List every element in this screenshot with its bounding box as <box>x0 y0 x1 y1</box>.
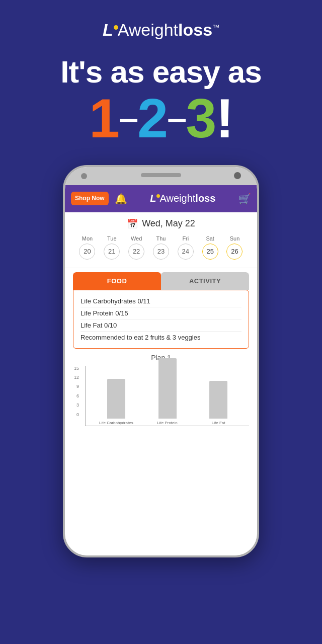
headline-top: It's as easy as <box>15 55 307 89</box>
bars-group: Life Carbohydrates Life Protein Life Fat <box>91 366 244 426</box>
day-sat: Sat 25 <box>202 235 218 260</box>
y-label-9: 9 <box>76 384 79 389</box>
app-content: Shop Now 🔔 LAweightloss 🛒 📅 Wed, May 22 <box>65 185 257 555</box>
calendar-section: 📅 Wed, May 22 Mon 20 Tue 21 We <box>65 212 257 264</box>
shop-now-button[interactable]: Shop Now <box>71 192 109 205</box>
bar-fat: Life Fat <box>193 381 244 426</box>
food-recommendation: Recommended to eat 2 fruits & 3 veggies <box>80 332 242 343</box>
day-wed: Wed 22 <box>128 235 144 260</box>
bar-fat-label: Life Fat <box>212 421 225 426</box>
logo-area: LAweightloss™ <box>0 0 322 50</box>
phone-mockup: Shop Now 🔔 LAweightloss 🛒 📅 Wed, May 22 <box>63 165 259 557</box>
phone-inner: Shop Now 🔔 LAweightloss 🛒 📅 Wed, May 22 <box>65 167 257 555</box>
tabs-row: FOOD ACTIVITY <box>73 272 249 290</box>
week-row: Mon 20 Tue 21 Wed 22 Thu <box>73 235 249 260</box>
day-fri: Fri 24 <box>178 235 194 260</box>
calendar-date-header: 📅 Wed, May 22 <box>73 218 249 229</box>
calendar-icon: 📅 <box>127 218 138 229</box>
y-label-12: 12 <box>74 375 79 380</box>
day-thu: Thu 23 <box>153 235 169 260</box>
bar-protein-fill <box>158 358 177 419</box>
food-info-box: Life Carbohydrates 0/11 Life Protein 0/1… <box>73 290 249 349</box>
y-label-15: 15 <box>74 366 79 371</box>
phone-top-bar <box>65 167 257 185</box>
num-3: 3 <box>186 89 215 147</box>
calendar-date: Wed, May 22 <box>142 218 195 229</box>
bar-carbs-fill <box>107 379 125 419</box>
cart-icon[interactable]: 🛒 <box>238 193 251 205</box>
phone-camera-left <box>81 173 87 179</box>
bar-protein-label: Life Protein <box>157 421 177 426</box>
app-logo: LAweightloss <box>132 193 233 204</box>
phone-wrapper: Shop Now 🔔 LAweightloss 🛒 📅 Wed, May 22 <box>0 165 322 557</box>
tab-activity[interactable]: ACTIVITY <box>161 272 249 290</box>
phone-speaker <box>141 173 181 177</box>
y-label-3: 3 <box>76 403 79 408</box>
food-fat: Life Fat 0/10 <box>80 319 242 332</box>
bar-carbs: Life Carbohydrates <box>91 379 142 426</box>
bar-carbs-label: Life Carbohydrates <box>99 421 133 426</box>
headline-numbers: 1 – 2 – 3 ! <box>15 89 307 147</box>
dash-2: – <box>167 100 186 137</box>
exclaim: ! <box>215 89 233 147</box>
y-label-0: 0 <box>76 412 79 417</box>
y-label-6: 6 <box>76 393 79 398</box>
phone-camera-right <box>234 172 241 179</box>
food-carbs: Life Carbohydrates 0/11 <box>80 295 242 307</box>
chart-container: 15 12 9 6 3 0 Life Car <box>85 366 249 426</box>
y-axis: 15 12 9 6 3 0 <box>74 366 79 417</box>
plan-section: Plan 1 15 12 9 6 3 0 <box>65 349 257 555</box>
day-sun: Sun 26 <box>226 235 243 260</box>
app-header: Shop Now 🔔 LAweightloss 🛒 <box>65 185 257 212</box>
dash-1: – <box>119 100 137 137</box>
app-logo-text: LAweightloss™ <box>103 20 219 39</box>
divider <box>65 268 257 268</box>
bar-fat-fill <box>209 381 227 419</box>
bell-icon: 🔔 <box>115 193 127 205</box>
headline-section: It's as easy as 1 – 2 – 3 ! <box>0 50 322 150</box>
chart-bars: Life Carbohydrates Life Protein Life Fat <box>85 366 249 426</box>
day-mon: Mon 20 <box>79 235 95 260</box>
bar-protein: Life Protein <box>142 358 193 426</box>
food-protein: Life Protein 0/15 <box>80 307 242 319</box>
tab-food[interactable]: FOOD <box>73 272 161 290</box>
day-tue: Tue 21 <box>104 235 120 260</box>
num-1: 1 <box>89 89 119 147</box>
num-2: 2 <box>137 89 167 147</box>
